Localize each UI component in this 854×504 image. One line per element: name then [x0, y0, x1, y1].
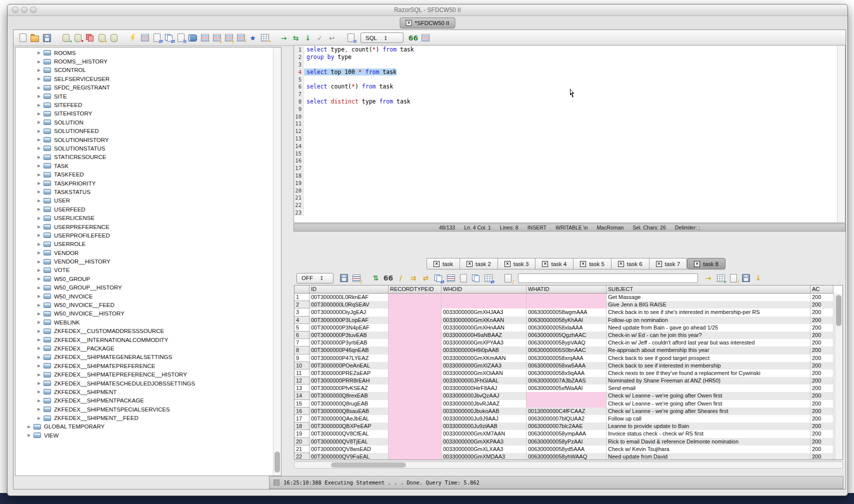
- grid-cell[interactable]: 200: [810, 453, 834, 460]
- row-limit-select[interactable]: OFF ▲▼: [296, 273, 334, 284]
- code-line[interactable]: 23: [294, 209, 837, 216]
- grid-cell[interactable]: 00T3000000P46qnEAB: [310, 346, 388, 354]
- disclosure-triangle-icon[interactable]: ▶: [38, 320, 44, 324]
- grid-cell[interactable]: 0033000000GmXMDAA3: [442, 453, 526, 460]
- table-row[interactable]: 900T3000000P47LYEAZ0033000000GmXKmAAN006…: [294, 354, 842, 362]
- title-bar[interactable]: RazorSQL - SFDCW50 II: [8, 4, 848, 16]
- grid-cell[interactable]: [442, 294, 526, 301]
- code-line[interactable]: 8select distinct type from task: [294, 98, 837, 106]
- grid-cell[interactable]: 006300000058xrqAAA: [526, 354, 606, 362]
- grid-cell[interactable]: 00T3000000QV8wsEAD: [310, 446, 388, 453]
- disclosure-triangle-icon[interactable]: ▶: [38, 68, 44, 72]
- find-in-results-icon[interactable]: ∕: [502, 273, 513, 284]
- code-line[interactable]: 19: [294, 179, 837, 186]
- grid-cell[interactable]: 00T3000000QBXPeEAP: [310, 422, 388, 430]
- convert-data-icon[interactable]: ⇄: [164, 32, 174, 43]
- grid-cell[interactable]: [388, 430, 442, 438]
- code-line[interactable]: 20: [294, 186, 837, 194]
- grid-cell[interactable]: 00T3000000L0RknEAF: [310, 294, 388, 301]
- row-number-cell[interactable]: 3: [294, 308, 310, 316]
- tree-item-weblink[interactable]: ▶WEBLINK: [16, 318, 273, 326]
- code-line[interactable]: 5: [294, 76, 837, 83]
- tree-item-taskfeed[interactable]: ▶TASKFEED: [16, 170, 273, 178]
- tree-item-sitefeed[interactable]: ▶SITEFEED: [16, 100, 273, 109]
- grid-cell[interactable]: 200: [810, 354, 834, 362]
- result-tab-task-3[interactable]: ×task 3: [498, 258, 536, 270]
- minimize-window-button[interactable]: [21, 6, 28, 13]
- column-header-RECORDTYPEID[interactable]: RECORDTYPEID: [388, 286, 442, 294]
- column-header-WHOID[interactable]: WHOID: [442, 286, 526, 294]
- tree-item-zkfedex__internationalcommodity[interactable]: ▶ZKFEDEX__INTERNATIONALCOMMODITY: [16, 336, 273, 344]
- statement-type-select[interactable]: SQL ▲▼: [360, 32, 404, 43]
- grid-cell[interactable]: 200: [810, 346, 834, 354]
- grid-cell[interactable]: Send email: [606, 384, 810, 392]
- table-row[interactable]: 1300T3000000PfvKSEAZ0033000000HirF8AAJ00…: [294, 384, 842, 392]
- grid-cell[interactable]: 00T3000000PRR8rEAH: [310, 377, 388, 384]
- sql-editor[interactable]: 1select type, count(*) from task2group b…: [294, 45, 846, 223]
- disclosure-triangle-icon[interactable]: ▶: [28, 424, 34, 429]
- result-tab-task-4[interactable]: ×task 4: [536, 258, 574, 270]
- grid-cell[interactable]: 200: [810, 438, 834, 446]
- grid-cell[interactable]: Re-approach about membership this year: [606, 346, 810, 354]
- grid-cell[interactable]: 00T3000000P3yrbEAB: [310, 339, 388, 346]
- disclosure-triangle-icon[interactable]: ▶: [38, 294, 44, 298]
- grid-cell[interactable]: [388, 453, 442, 460]
- grid-cell[interactable]: 00T3000000QV9FaEAL: [310, 453, 388, 460]
- table-row[interactable]: 1400T3000000Q8rexEAB0033000000JbvQzAAJCh…: [294, 392, 842, 400]
- grid-cell[interactable]: Check-in w/ Ed - can he join this year?: [606, 332, 810, 339]
- refresh-results-icon[interactable]: ⇅: [370, 273, 381, 284]
- table-row[interactable]: 2000T3000000QV8TjEAL0033000000GmXKPAA300…: [294, 438, 842, 446]
- grid-cell[interactable]: 200: [810, 422, 834, 430]
- grid-cell[interactable]: 200: [810, 301, 834, 308]
- column-header-AC[interactable]: AC: [810, 286, 834, 294]
- disclosure-triangle-icon[interactable]: ▶: [38, 303, 44, 308]
- grid-cell[interactable]: 00630000005S0bnAAC: [526, 346, 606, 354]
- grid-cell[interactable]: 00T3000000QV8CfEAL: [310, 430, 388, 438]
- grid-cell[interactable]: [388, 346, 442, 354]
- disclosure-triangle-icon[interactable]: ▶: [38, 372, 44, 377]
- table-row[interactable]: 500T3000000P3N4pEAF0033000000GmXHnAAN006…: [294, 324, 842, 332]
- table-row[interactable]: 800T3000000P46qnEAB0033000000H9i0pAAB006…: [294, 346, 842, 354]
- code-line[interactable]: 9: [294, 105, 837, 112]
- row-number-cell[interactable]: 18: [294, 422, 310, 430]
- grid-cell[interactable]: Give Jenn a BIG RAISE: [606, 301, 810, 308]
- table-row[interactable]: 1500T3000000Q8rugEAB0033000000JbvRJAAZCh…: [294, 400, 842, 408]
- row-number-cell[interactable]: 14: [294, 392, 310, 400]
- row-number-cell[interactable]: 2: [294, 301, 310, 308]
- result-tab-task-8[interactable]: ×task 8: [687, 258, 726, 270]
- grid-cell[interactable]: 200: [810, 370, 834, 377]
- grid-cell[interactable]: 006300000058wgmAAA: [526, 308, 606, 316]
- row-number-cell[interactable]: 21: [294, 446, 310, 453]
- grid-cell[interactable]: 00630000005QgzhAAC: [526, 332, 606, 339]
- insert-generator-icon[interactable]: +: [224, 32, 234, 43]
- tree-item-w50_group[interactable]: ▶W50_GROUP: [16, 274, 273, 283]
- grid-cell[interactable]: 00T3000000PREZaEAP: [310, 370, 388, 377]
- close-tab-icon[interactable]: ×: [466, 261, 472, 267]
- grid-cell[interactable]: 0033000000HirF8AAJ: [442, 384, 526, 392]
- grid-cell[interactable]: [388, 446, 442, 453]
- grid-cell[interactable]: 0033000000GmXOiAAN: [442, 370, 526, 377]
- table-row[interactable]: 1700T3000000QAeJbEAL0033000000Ju9J9AAJ00…: [294, 415, 842, 422]
- grid-vertical-scrollbar[interactable]: [834, 294, 842, 460]
- close-window-button[interactable]: [12, 6, 18, 13]
- generate-ddl-icon[interactable]: ≡: [176, 32, 186, 43]
- tree-item-vendor[interactable]: ▶VENDOR: [16, 248, 273, 257]
- column-header-ID[interactable]: ID: [310, 286, 388, 294]
- grid-cell[interactable]: [526, 400, 606, 408]
- column-header-rownum[interactable]: [294, 286, 310, 294]
- grid-cell[interactable]: [388, 294, 442, 301]
- row-number-cell[interactable]: 12: [294, 377, 310, 384]
- tree-item-rooms[interactable]: ▶ROOMS: [16, 48, 273, 57]
- grid-cell[interactable]: 200: [810, 408, 834, 415]
- row-number-cell[interactable]: 19: [294, 430, 310, 438]
- grid-cell[interactable]: 0033000000GmXKPAA3: [442, 438, 526, 446]
- tree-item-solutionstatus[interactable]: ▶SOLUTIONSTATUS: [16, 144, 273, 152]
- tree-item-sfdc_registrant[interactable]: ▶SFDC_REGISTRANT: [16, 84, 273, 92]
- code-line[interactable]: 16: [294, 157, 837, 164]
- grid-cell[interactable]: 006300000058x9qAAA: [526, 370, 606, 377]
- code-line[interactable]: 6select count(*) from task: [294, 83, 837, 90]
- grid-cell[interactable]: 00T3000000QAeJbEAL: [310, 415, 388, 422]
- grid-cell[interactable]: 00T3000000QV8TjEAL: [310, 438, 388, 446]
- disclosure-triangle-icon[interactable]: ▶: [38, 260, 44, 264]
- tree-item-zkfedex__package[interactable]: ▶ZKFEDEX__PACKAGE: [16, 344, 273, 352]
